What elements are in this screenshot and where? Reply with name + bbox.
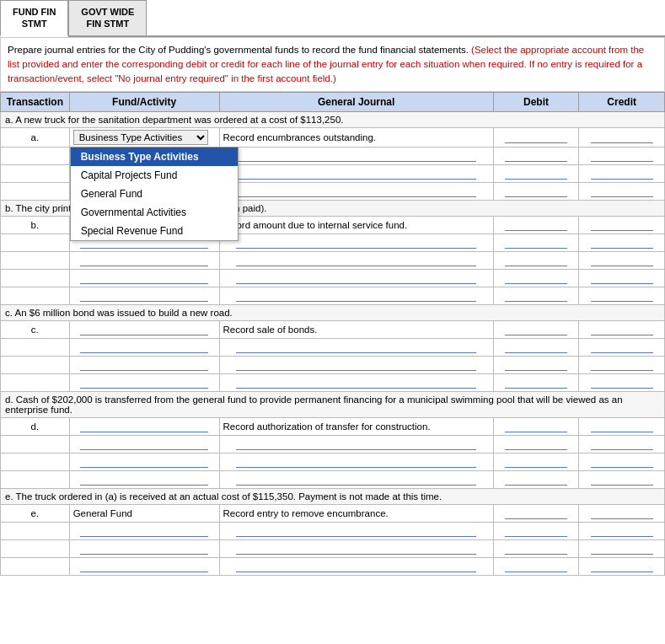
fund-input-d-1[interactable] (80, 421, 208, 432)
credit-input-b-2[interactable] (591, 237, 653, 249)
journal-input-b-2[interactable] (236, 237, 476, 249)
credit-input-c-3[interactable] (591, 359, 653, 371)
fund-input-d-3[interactable] (80, 456, 208, 468)
credit-e-1[interactable] (579, 505, 665, 523)
journal-input-d-4[interactable] (236, 474, 476, 486)
debit-input-a-3[interactable] (505, 168, 567, 180)
journal-input-a-3[interactable] (236, 168, 476, 180)
debit-input-e-2[interactable] (505, 525, 567, 537)
col-debit: Debit (493, 93, 579, 112)
debit-input-a-1[interactable] (505, 131, 567, 143)
debit-input-c-4[interactable] (505, 377, 567, 389)
fund-cell-a[interactable]: Business Type ActivitiesCapital Projects… (69, 128, 219, 148)
debit-input-c-2[interactable] (505, 341, 567, 353)
fund-input-b-3[interactable] (80, 255, 208, 266)
debit-c-1[interactable] (493, 321, 579, 339)
debit-input-e-4[interactable] (505, 561, 567, 572)
debit-e-1[interactable] (493, 505, 579, 523)
section-e-text: e. The truck ordered in (a) is received … (1, 489, 665, 505)
journal-input-a-2[interactable] (236, 150, 476, 162)
credit-input-a-3[interactable] (591, 168, 653, 180)
credit-b-1[interactable] (579, 217, 665, 234)
credit-input-a-1[interactable] (591, 131, 653, 143)
journal-input-e-4[interactable] (236, 561, 476, 572)
debit-input-e-3[interactable] (505, 543, 567, 555)
dd-option-special[interactable]: Special Revenue Fund (71, 222, 238, 240)
debit-input-a-2[interactable] (505, 150, 567, 162)
journal-input-b-4[interactable] (236, 272, 476, 284)
fund-input-d-2[interactable] (80, 438, 208, 450)
credit-input-b-5[interactable] (591, 290, 653, 302)
debit-input-a-4[interactable] (505, 185, 567, 197)
fund-input-c-4[interactable] (80, 377, 208, 389)
debit-input-b-4[interactable] (505, 272, 567, 284)
tab-govt-wide[interactable]: GOVT WIDE FIN STMT (68, 0, 147, 35)
credit-input-e-3[interactable] (591, 543, 653, 555)
credit-input-b-1[interactable] (591, 219, 653, 231)
dd-option-business[interactable]: Business Type Activities (71, 148, 238, 166)
journal-input-b-3[interactable] (236, 255, 476, 266)
credit-input-d-1[interactable] (591, 421, 653, 432)
credit-input-b-3[interactable] (591, 255, 653, 266)
debit-input-b-3[interactable] (505, 255, 567, 266)
credit-input-c-4[interactable] (591, 377, 653, 389)
journal-input-e-2[interactable] (236, 525, 476, 537)
credit-input-c-1[interactable] (591, 324, 653, 335)
journal-input-c-3[interactable] (236, 359, 476, 371)
debit-input-e-1[interactable] (505, 507, 567, 519)
credit-input-e-1[interactable] (591, 507, 653, 519)
credit-d-1[interactable] (579, 418, 665, 436)
debit-input-d-2[interactable] (505, 438, 567, 450)
credit-input-d-4[interactable] (591, 474, 653, 486)
journal-input-c-2[interactable] (236, 341, 476, 353)
dd-option-general[interactable]: General Fund (71, 185, 238, 203)
fund-cell-c[interactable] (69, 321, 219, 339)
debit-input-d-4[interactable] (505, 474, 567, 486)
credit-input-a-4[interactable] (591, 185, 653, 197)
debit-d-1[interactable] (493, 418, 579, 436)
debit-input-c-1[interactable] (505, 324, 567, 335)
fund-dropdown-overlay[interactable]: Business Type Activities Capital Project… (70, 147, 239, 241)
fund-cell-e[interactable]: General Fund (69, 505, 219, 523)
credit-input-d-3[interactable] (591, 456, 653, 468)
fund-input-c-3[interactable] (80, 359, 208, 371)
fund-input-c-2[interactable] (80, 341, 208, 353)
dd-option-capital[interactable]: Capital Projects Fund (71, 166, 238, 185)
table-row (1, 287, 665, 305)
journal-input-d-3[interactable] (236, 456, 476, 468)
fund-input-e-3[interactable] (80, 543, 208, 555)
debit-input-b-1[interactable] (505, 219, 567, 231)
fund-input-e-2[interactable] (80, 525, 208, 537)
fund-input-c-1[interactable] (80, 324, 208, 335)
fund-select-a[interactable]: Business Type ActivitiesCapital Projects… (73, 130, 208, 145)
fund-input-b-4[interactable] (80, 272, 208, 284)
fund-cell-d[interactable] (69, 418, 219, 436)
debit-b-1[interactable] (493, 217, 579, 234)
credit-input-d-2[interactable] (591, 438, 653, 450)
journal-input-e-3[interactable] (236, 543, 476, 555)
credit-input-e-2[interactable] (591, 525, 653, 537)
credit-input-c-2[interactable] (591, 341, 653, 353)
dd-option-governmental[interactable]: Governmental Activities (71, 203, 238, 222)
debit-input-d-3[interactable] (505, 456, 567, 468)
credit-input-a-2[interactable] (591, 150, 653, 162)
debit-input-c-3[interactable] (505, 359, 567, 371)
credit-c-1[interactable] (579, 321, 665, 339)
debit-input-b-5[interactable] (505, 290, 567, 302)
journal-input-a-4[interactable] (236, 185, 476, 197)
fund-input-b-5[interactable] (80, 290, 208, 302)
journal-input-b-5[interactable] (236, 290, 476, 302)
fund-input-d-4[interactable] (80, 474, 208, 486)
credit-input-b-4[interactable] (591, 272, 653, 284)
debit-input-b-2[interactable] (505, 237, 567, 249)
credit-a-1[interactable] (579, 128, 665, 148)
debit-a-1[interactable] (493, 128, 579, 148)
journal-table: Transaction Fund/Activity General Journa… (0, 92, 665, 576)
credit-input-e-4[interactable] (591, 561, 653, 572)
tab-fund-fin[interactable]: FUND FIN STMT (0, 0, 68, 37)
journal-input-c-4[interactable] (236, 377, 476, 389)
table-row: c. Record sale of bonds. (1, 321, 665, 339)
debit-input-d-1[interactable] (505, 421, 567, 432)
fund-input-e-4[interactable] (80, 561, 208, 572)
journal-input-d-2[interactable] (236, 438, 476, 450)
